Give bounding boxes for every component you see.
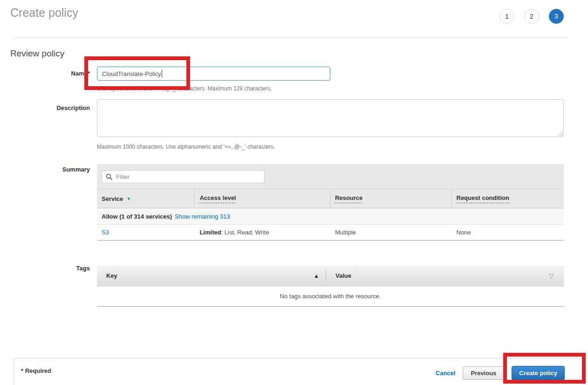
tags-empty-row: No tags associated with the resource. [97,286,564,307]
resource-column-label: Resource [335,194,362,203]
name-label: Name* [0,70,90,77]
description-helper-text: Maximum 1000 characters. Use alphanumeri… [97,144,275,150]
allow-group-label: Allow (1 of 314 services) [102,213,172,220]
previous-button[interactable]: Previous [463,366,504,380]
column-header-request-condition[interactable]: Request condition [452,189,564,208]
filter-input-wrap [102,170,265,183]
create-policy-page: Create policy 1 2 3 Review policy Name* … [0,0,588,385]
column-header-value[interactable]: Value ▽ [326,272,564,279]
show-remaining-link[interactable]: Show remaining 313 [175,213,230,220]
access-level-bold: Limited [199,229,221,236]
summary-filter-input[interactable] [102,171,264,183]
create-policy-button[interactable]: Create policy [512,366,565,380]
summary-header-row: Service▼ Access level Resource Request c… [97,189,564,208]
column-header-resource[interactable]: Resource [330,189,452,208]
tags-table: Key ▲ Value ▽ No tags associated with th… [97,266,564,307]
resource-cell: Multiple [330,225,452,240]
tags-header-row: Key ▲ Value ▽ [97,266,564,286]
sort-asc-icon[interactable]: ▲ [314,273,319,279]
service-column-label: Service [102,195,123,202]
table-row: S3 Limited: List, Read, Write Multiple N… [97,225,564,241]
request-condition-column-label: Request condition [457,194,509,203]
footer-bar: * Required Cancel Previous Create policy [14,358,588,385]
key-column-label: Key [106,272,117,279]
footer-actions: Cancel Previous Create policy [436,366,565,380]
tags-label: Tags [0,265,90,272]
summary-table: Service▼ Access level Resource Request c… [97,164,564,241]
value-column-label: Value [335,272,351,279]
column-header-service[interactable]: Service▼ [97,189,195,208]
s3-service-link[interactable]: S3 [102,229,109,236]
required-note: * Required [21,367,51,374]
cancel-button[interactable]: Cancel [436,370,456,377]
policy-name-value: CloudTranslate-Policy [102,70,161,77]
search-icon [106,173,113,180]
allow-group-row: Allow (1 of 314 services) Show remaining… [97,208,564,225]
description-field-wrap [97,99,564,137]
page-title: Create policy [10,6,78,20]
column-header-access-level[interactable]: Access level [195,189,330,208]
description-textarea[interactable] [97,99,564,137]
summary-label: Summary [0,166,90,173]
wizard-steps: 1 2 3 [499,9,564,24]
access-level-rest: : List, Read, Write [221,229,269,236]
header-divider [14,37,568,38]
name-helper-text: Use alphanumeric and '+=,.@-_' character… [97,85,272,92]
description-label: Description [0,104,90,111]
step-3-indicator: 3 [549,9,564,24]
request-condition-cell: None [452,225,564,240]
policy-name-input[interactable]: CloudTranslate-Policy [97,67,330,81]
step-1-indicator[interactable]: 1 [499,9,514,24]
required-asterisk: * [88,70,90,77]
column-header-key[interactable]: Key ▲ [97,272,326,279]
sort-down-icon[interactable]: ▽ [549,272,554,279]
summary-filter-bar [97,164,564,189]
name-label-text: Name [71,70,88,77]
review-policy-heading: Review policy [10,48,64,59]
access-level-column-label: Access level [199,194,236,203]
step-2-indicator[interactable]: 2 [524,9,539,24]
text-cursor [162,70,162,77]
access-level-cell: Limited: List, Read, Write [195,225,330,240]
service-cell: S3 [97,225,195,240]
sort-desc-icon[interactable]: ▼ [126,196,131,201]
